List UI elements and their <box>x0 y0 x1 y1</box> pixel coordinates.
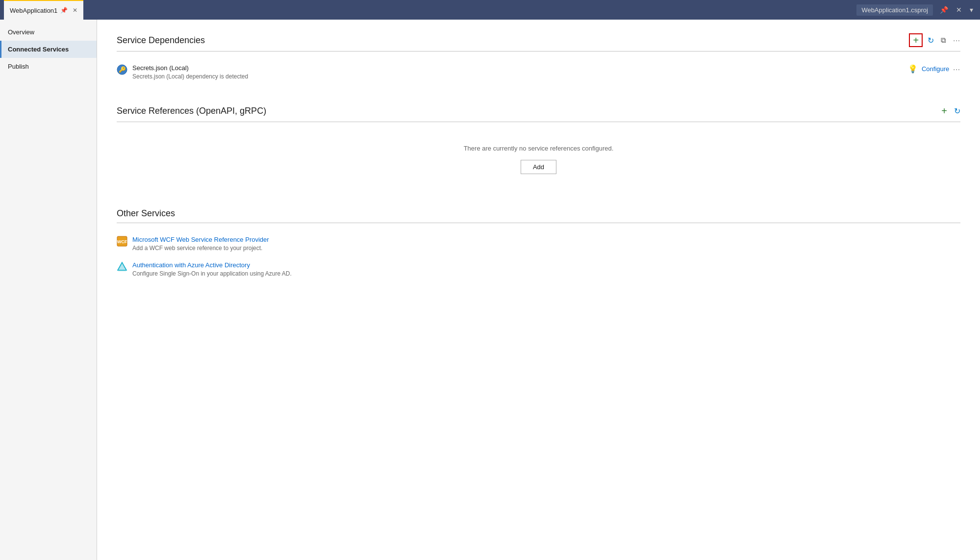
wcf-item-description: Add a WCF web service reference to your … <box>132 245 269 252</box>
add-reference-button[interactable]: + <box>939 104 949 118</box>
other-service-item-aad: Authentication with Azure Active Directo… <box>117 256 960 282</box>
refresh-references-button[interactable]: ↻ <box>954 106 960 116</box>
dependency-item-text: Secrets.json (Local) Secrets.json (Local… <box>132 64 248 80</box>
sidebar-label-overview: Overview <box>8 28 34 36</box>
wcf-icon: WCF <box>117 236 127 247</box>
other-services-header: Other Services <box>117 208 960 223</box>
other-service-item-wcf: WCF Microsoft WCF Web Service Reference … <box>117 231 960 256</box>
aad-item-title[interactable]: Authentication with Azure Active Directo… <box>132 261 292 269</box>
aad-item-text: Authentication with Azure Active Directo… <box>132 261 292 277</box>
pin-button[interactable]: 📌 <box>937 5 951 15</box>
main-container: Overview Connected Services Publish Serv… <box>0 20 980 560</box>
service-dependencies-actions: + ↻ ⧉ ··· <box>909 33 960 47</box>
service-dependencies-section: Service Dependencies + ↻ ⧉ ··· 🔑 <box>117 33 960 85</box>
aad-icon <box>117 261 127 272</box>
sidebar-label-publish: Publish <box>8 63 29 70</box>
content-area: Service Dependencies + ↻ ⧉ ··· 🔑 <box>97 20 980 560</box>
tab-close-icon[interactable]: ✕ <box>73 7 77 14</box>
tab-label: WebApplication1 <box>10 7 57 14</box>
sidebar: Overview Connected Services Publish <box>0 20 97 560</box>
title-bar: WebApplication1 📌 ✕ WebApplication1.cspr… <box>0 0 980 20</box>
service-references-header: Service References (OpenAPI, gRPC) + ↻ <box>117 104 960 122</box>
other-services-title: Other Services <box>117 208 175 219</box>
svg-text:🔑: 🔑 <box>119 66 126 73</box>
sidebar-item-overview[interactable]: Overview <box>0 24 97 41</box>
sidebar-item-publish[interactable]: Publish <box>0 58 97 75</box>
dependency-item-left: 🔑 Secrets.json (Local) Secrets.json (Loc… <box>117 64 248 80</box>
project-name: WebApplication1.csproj <box>856 4 933 16</box>
service-references-title: Service References (OpenAPI, gRPC) <box>117 106 266 116</box>
tab-webapplication1[interactable]: WebApplication1 📌 ✕ <box>4 0 83 20</box>
wcf-item-text: Microsoft WCF Web Service Reference Prov… <box>132 236 269 252</box>
secrets-icon: 🔑 <box>117 64 127 75</box>
empty-state-message: There are currently no service reference… <box>117 145 960 152</box>
dependency-item-title: Secrets.json (Local) <box>132 64 248 72</box>
more-dependencies-button[interactable]: ··· <box>953 36 960 44</box>
service-references-actions: + ↻ <box>939 104 960 118</box>
more-dependency-item-button[interactable]: ··· <box>953 65 960 73</box>
bulb-icon: 💡 <box>908 64 918 74</box>
window-controls: 📌 ✕ ▾ <box>937 5 976 15</box>
wcf-item-title[interactable]: Microsoft WCF Web Service Reference Prov… <box>132 236 269 243</box>
configure-link[interactable]: Configure <box>922 65 949 73</box>
refresh-dependencies-button[interactable]: ↻ <box>928 36 934 45</box>
add-dependency-button[interactable]: + <box>909 33 923 47</box>
service-references-section: Service References (OpenAPI, gRPC) + ↻ T… <box>117 104 960 189</box>
dependency-item-description: Secrets.json (Local) dependency is detec… <box>132 73 248 80</box>
dependency-item-secrets: 🔑 Secrets.json (Local) Secrets.json (Loc… <box>117 59 960 85</box>
svg-text:WCF: WCF <box>117 239 127 244</box>
other-services-section: Other Services WCF Microsoft WCF Web Ser… <box>117 208 960 282</box>
sidebar-label-connected-services: Connected Services <box>8 46 69 53</box>
title-bar-left: WebApplication1 📌 ✕ <box>4 0 83 20</box>
dependency-item-right: 💡 Configure ··· <box>908 64 960 74</box>
service-references-empty: There are currently no service reference… <box>117 130 960 189</box>
title-bar-right: WebApplication1.csproj 📌 ✕ ▾ <box>856 4 976 16</box>
dropdown-button[interactable]: ▾ <box>967 5 976 15</box>
add-service-reference-button[interactable]: Add <box>521 160 556 174</box>
add-icon: + <box>913 35 919 45</box>
sidebar-item-connected-services[interactable]: Connected Services <box>0 41 97 58</box>
aad-item-description: Configure Single Sign-On in your applica… <box>132 270 292 277</box>
tab-pin-icon[interactable]: 📌 <box>60 7 68 14</box>
service-dependencies-title: Service Dependencies <box>117 35 205 46</box>
link-dependencies-button[interactable]: ⧉ <box>939 35 948 46</box>
close-window-button[interactable]: ✕ <box>953 5 965 15</box>
service-dependencies-header: Service Dependencies + ↻ ⧉ ··· <box>117 33 960 51</box>
